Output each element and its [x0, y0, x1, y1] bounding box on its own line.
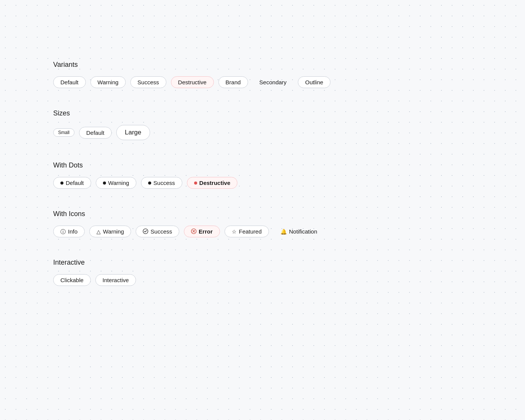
- info-icon: ⓘ: [60, 229, 66, 234]
- sizes-title: Sizes: [53, 109, 472, 117]
- badge-warning-icon: △ Warning: [89, 226, 131, 237]
- badge-dot-warning: Warning: [96, 177, 136, 189]
- badge-small: Small: [53, 128, 74, 137]
- interactive-section: Interactive Clickable Interactive: [53, 259, 472, 286]
- badge-interactive[interactable]: Interactive: [95, 274, 136, 286]
- svg-point-0: [143, 229, 148, 234]
- with-icons-section: With Icons ⓘ Info △ Warning Success: [53, 210, 472, 237]
- variants-title: Variants: [53, 61, 472, 69]
- badge-large: Large: [116, 125, 150, 140]
- badge-success-icon: Success: [136, 226, 179, 237]
- badge-info: ⓘ Info: [53, 226, 85, 237]
- icons-row: ⓘ Info △ Warning Success: [53, 226, 472, 237]
- sizes-row: Small Default Large: [53, 125, 472, 140]
- badge-dot-destructive: Destructive: [187, 177, 238, 189]
- dot-success-icon: [148, 182, 151, 185]
- dot-destructive-icon: [194, 182, 197, 185]
- sizes-section: Sizes Small Default Large: [53, 109, 472, 140]
- badge-warning: Warning: [90, 76, 126, 88]
- success-icon: [143, 229, 148, 235]
- error-icon: [191, 229, 196, 235]
- badge-featured: ☆ Featured: [225, 226, 269, 237]
- dot-warning-icon: [103, 182, 106, 185]
- badge-outline: Outline: [298, 76, 330, 88]
- badge-success: Success: [130, 76, 166, 88]
- badge-notification: 🔔 Notification: [274, 226, 324, 237]
- dots-row: Default Warning Success Destructive: [53, 177, 472, 189]
- dot-default-icon: [60, 182, 63, 185]
- badge-destructive: Destructive: [171, 76, 214, 88]
- interactive-title: Interactive: [53, 259, 472, 267]
- star-icon: ☆: [232, 229, 237, 234]
- badge-dot-success: Success: [141, 177, 182, 189]
- badge-secondary: Secondary: [253, 77, 294, 88]
- warning-icon: △: [96, 229, 101, 234]
- with-icons-title: With Icons: [53, 210, 472, 218]
- with-dots-section: With Dots Default Warning Success Destru…: [53, 161, 472, 189]
- with-dots-title: With Dots: [53, 161, 472, 169]
- badge-clickable[interactable]: Clickable: [53, 274, 91, 286]
- page-container: Variants Default Warning Success Destruc…: [0, 0, 525, 368]
- variants-row: Default Warning Success Destructive Bran…: [53, 76, 472, 88]
- bell-icon: 🔔: [280, 229, 287, 234]
- badge-default-size: Default: [79, 127, 112, 139]
- badge-default: Default: [53, 76, 86, 88]
- badge-error: Error: [184, 226, 220, 237]
- interactive-row: Clickable Interactive: [53, 274, 472, 286]
- variants-section: Variants Default Warning Success Destruc…: [53, 61, 472, 88]
- badge-dot-default: Default: [53, 177, 91, 189]
- badge-brand: Brand: [218, 76, 248, 88]
